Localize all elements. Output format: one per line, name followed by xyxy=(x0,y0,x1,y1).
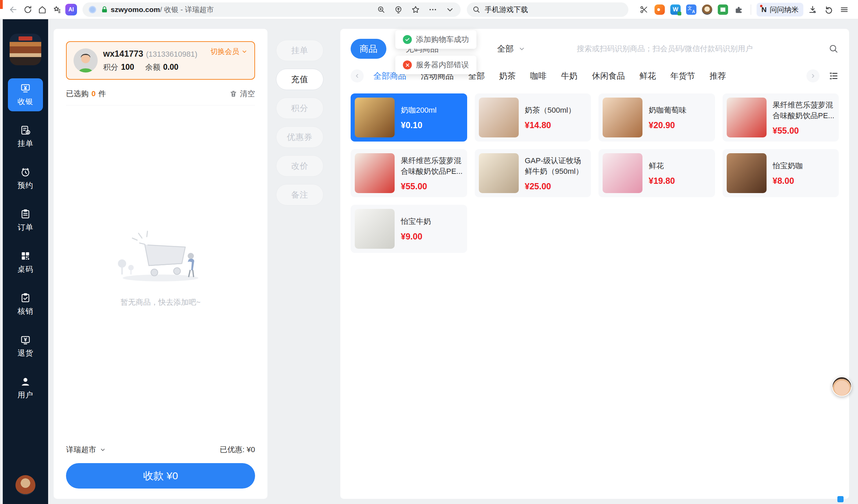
game-extension-icon[interactable] xyxy=(653,3,666,16)
quick-search-query: 手机游戏下载 xyxy=(485,5,528,14)
nami-assistant-button[interactable]: N 问问纳米 xyxy=(757,3,803,16)
home-icon[interactable] xyxy=(35,2,50,17)
tab-推荐[interactable]: 推荐 xyxy=(710,70,726,81)
product-card[interactable]: 奶茶（500ml） ¥14.80 xyxy=(475,93,591,142)
store-name: 详瑞超市 xyxy=(66,445,96,455)
quick-search-box[interactable]: 手机游戏下载 xyxy=(467,2,628,17)
sidebar-item-tableqr[interactable]: 桌码 xyxy=(8,246,43,279)
product-name: 果纤维芭乐菠萝混合味酸奶饮品PE... xyxy=(401,155,463,177)
product-price: ¥55.00 xyxy=(401,181,463,191)
balance-label: 余额 xyxy=(145,62,160,72)
favorites-bar-icon[interactable] xyxy=(50,2,64,17)
category-expand-icon[interactable] xyxy=(828,71,839,81)
docs-extension-icon[interactable]: W xyxy=(669,3,682,16)
ai-extension-icon[interactable]: AI xyxy=(65,4,77,15)
sidebar-store-avatar[interactable] xyxy=(15,475,35,495)
refund-icon xyxy=(20,334,31,345)
action-button-改价[interactable]: 改价 xyxy=(276,155,323,177)
discount-summary: 已优惠: ¥0 xyxy=(220,445,255,455)
bookmark-star-icon[interactable] xyxy=(411,5,420,14)
downloads-icon[interactable] xyxy=(806,3,819,16)
tab-牛奶[interactable]: 牛奶 xyxy=(561,70,578,81)
puzzle-extensions-icon[interactable] xyxy=(732,3,745,16)
action-button-充值[interactable]: 充值 xyxy=(276,69,323,90)
product-name: 奶咖200ml xyxy=(401,105,437,115)
address-dropdown-icon[interactable] xyxy=(446,5,454,14)
sidebar-item-cashier[interactable]: 收银 xyxy=(8,78,43,111)
product-card[interactable]: GAP-级认证牧场鲜牛奶（950ml） ¥25.00 xyxy=(475,149,591,197)
product-card[interactable]: 果纤维芭乐菠萝混合味酸奶饮品PE... ¥55.00 xyxy=(723,93,839,142)
action-button-备注[interactable]: 备注 xyxy=(276,184,323,205)
sidebar-item-verify[interactable]: 核销 xyxy=(8,288,43,321)
tab-strip-fragment xyxy=(0,0,3,9)
tab-鲜花[interactable]: 鲜花 xyxy=(639,70,656,81)
product-card[interactable]: 奶咖葡萄味 ¥20.90 xyxy=(598,93,715,142)
url-page-title: / 收银 - 详瑞超市 xyxy=(160,5,214,14)
product-search-input[interactable]: 搜索或扫码识别商品；扫会员码/微信付款码识别用户 xyxy=(577,44,839,54)
undo-icon[interactable] xyxy=(822,3,835,16)
sidebar-item-user[interactable]: 用户 xyxy=(8,372,43,405)
sidebar-item-label: 预约 xyxy=(18,180,33,191)
tab-奶茶[interactable]: 奶茶 xyxy=(499,70,516,81)
action-button-挂单[interactable]: 挂单 xyxy=(276,40,323,61)
tab-年货节[interactable]: 年货节 xyxy=(670,70,695,81)
ime-indicator xyxy=(837,496,844,502)
balance-value: 0.00 xyxy=(163,63,178,72)
chevron-down-icon xyxy=(241,48,248,55)
product-image xyxy=(727,153,767,193)
store-selector[interactable]: 详瑞超市 xyxy=(66,445,106,455)
sidebar-item-hold[interactable]: 挂单 xyxy=(8,120,43,153)
site-permission-icon[interactable] xyxy=(89,6,96,13)
product-card[interactable]: 怡宝奶咖 ¥8.00 xyxy=(723,149,839,197)
sidebar-item-order[interactable]: 订单 xyxy=(8,204,43,237)
tab-咖啡[interactable]: 咖啡 xyxy=(530,70,547,81)
notebook-extension-icon[interactable] xyxy=(716,3,729,16)
more-options-icon[interactable] xyxy=(428,5,437,14)
product-card[interactable]: 奶咖200ml ¥0.10 xyxy=(351,93,467,142)
sidebar-item-refund[interactable]: 退货 xyxy=(8,330,43,363)
error-cross-icon xyxy=(403,60,412,69)
product-card[interactable]: 怡宝牛奶 ¥9.00 xyxy=(351,205,467,253)
browser-menu-icon[interactable] xyxy=(838,3,851,16)
product-name: 果纤维芭乐菠萝混合味酸奶饮品PE... xyxy=(773,100,835,121)
assistant-avatar[interactable] xyxy=(832,377,852,396)
product-image xyxy=(603,98,642,137)
mascot-extension-icon[interactable] xyxy=(701,3,714,16)
tabs-scroll-right-button[interactable] xyxy=(806,69,820,82)
address-bar[interactable]: szwyomo.com / 收银 - 详瑞超市 xyxy=(82,2,461,17)
scissors-extension-icon[interactable] xyxy=(637,3,650,16)
product-price: ¥9.00 xyxy=(401,232,431,242)
member-card[interactable]: wx141773 (13133610981) 积分 100 余额 0.00 切换… xyxy=(66,41,255,80)
tabs-scroll-left-button[interactable] xyxy=(351,69,364,82)
action-button-优惠券[interactable]: 优惠券 xyxy=(276,126,323,148)
checkout-button[interactable]: 收款 ¥0 xyxy=(66,463,255,489)
zoom-page-icon[interactable] xyxy=(377,5,386,14)
product-card[interactable]: 果纤维芭乐菠萝混合味酸奶饮品PE... ¥55.00 xyxy=(351,149,467,197)
switch-member-button[interactable]: 切换会员 xyxy=(210,47,248,56)
hold-icon xyxy=(20,125,31,136)
reload-icon[interactable] xyxy=(21,2,35,17)
order-icon xyxy=(20,209,31,220)
action-button-积分[interactable]: 积分 xyxy=(276,98,323,119)
member-phone: (13133610981) xyxy=(146,50,197,59)
send-tab-icon[interactable] xyxy=(394,5,403,14)
url-host: szwyomo.com xyxy=(111,5,160,14)
translate-extension-icon[interactable]: 文A xyxy=(685,3,698,16)
category-filter-dropdown[interactable]: 全部 xyxy=(497,43,525,54)
product-card[interactable]: 鲜花 ¥19.80 xyxy=(598,149,715,197)
store-logo[interactable] xyxy=(10,34,41,65)
empty-cart-state: 暂无商品，快去添加吧~ xyxy=(54,81,267,445)
chevron-down-icon xyxy=(100,447,106,453)
search-icon[interactable] xyxy=(828,44,839,54)
toast-text: 服务器内部错误 xyxy=(416,60,469,70)
member-name: wx141773 xyxy=(103,49,143,59)
back-icon[interactable] xyxy=(6,2,21,17)
product-name: 鲜花 xyxy=(649,160,675,171)
product-mode-button[interactable]: 商品 xyxy=(351,39,386,59)
product-image xyxy=(355,98,395,137)
extensions-row: W 文A N 问问纳米 xyxy=(637,3,851,16)
sidebar-item-reserve[interactable]: 预约 xyxy=(8,162,43,195)
tab-休闲食品[interactable]: 休闲食品 xyxy=(592,70,625,81)
sidebar-item-label: 订单 xyxy=(18,222,33,233)
sidebar-item-label: 退货 xyxy=(18,348,33,358)
